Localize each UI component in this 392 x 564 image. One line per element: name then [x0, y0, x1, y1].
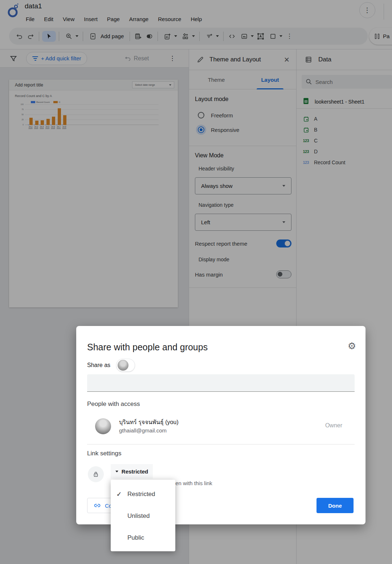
share-as-label: Share as: [87, 362, 110, 368]
share-dialog-title: Share with people and groups: [87, 342, 208, 352]
menu-item-restricted[interactable]: ✓ Restricted: [111, 487, 175, 501]
link-settings-heading: Link settings: [87, 450, 122, 457]
link-icon: [93, 500, 101, 511]
link-access-value: Restricted: [122, 468, 148, 475]
done-label: Done: [328, 503, 342, 509]
share-as-selector[interactable]: [116, 359, 135, 372]
share-as-row: Share as: [87, 359, 135, 372]
link-access-menu: ✓ Restricted Unlisted Public: [111, 480, 175, 551]
person-row: บุรินทร์ รุจจนพันธุ์ (you) gthaiall@gmai…: [95, 418, 355, 436]
lock-badge: [88, 466, 104, 482]
person-email: gthaiall@gmail.com: [119, 427, 167, 434]
dropdown-caret-icon: [115, 471, 118, 472]
lock-icon: [90, 469, 101, 480]
avatar: [118, 360, 128, 371]
menu-item-unlisted[interactable]: Unlisted: [111, 509, 175, 523]
gear-icon[interactable]: ⚙: [348, 341, 356, 352]
looker-studio-app: data1 File Edit View Insert Page Arrange…: [0, 0, 392, 564]
check-icon: ✓: [111, 490, 127, 498]
people-with-access-heading: People with access: [87, 400, 140, 408]
menu-item-public[interactable]: Public: [111, 531, 175, 545]
dialog-divider: [87, 444, 355, 444]
avatar: [95, 418, 111, 434]
person-role: Owner: [325, 422, 342, 429]
add-people-input[interactable]: [87, 374, 355, 392]
person-name: บุรินทร์ รุจจนพันธุ์ (you): [119, 418, 179, 427]
done-button[interactable]: Done: [317, 498, 354, 513]
link-access-dropdown[interactable]: Restricted: [111, 464, 153, 479]
